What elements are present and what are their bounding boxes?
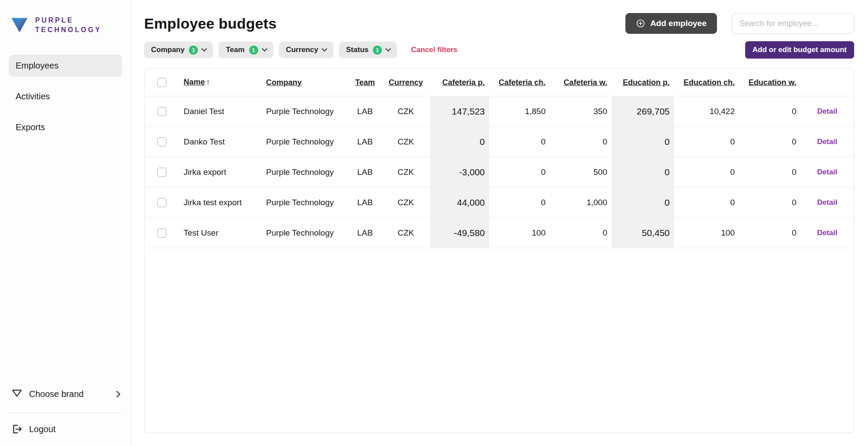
column-header-currency-label: Currency	[388, 78, 423, 87]
table-row: Test User Purple Technology LAB CZK -49,…	[145, 218, 854, 248]
header-actions: Add employee	[625, 13, 854, 34]
row-checkbox-cell	[145, 107, 179, 116]
cell-education-w: 0	[739, 107, 801, 116]
sort-asc-icon: ↑	[206, 78, 210, 87]
cell-cafeteria-p: 0	[430, 127, 489, 157]
cell-cafeteria-ch: 0	[489, 167, 550, 177]
cell-cafeteria-ch: 0	[489, 198, 550, 207]
sidebar: PURPLE TECHNOLOGY Employees Activities E…	[0, 0, 131, 446]
column-header-cafeteria-ch[interactable]: Cafeteria ch.	[489, 78, 550, 87]
table-row: Jirka test export Purple Technology LAB …	[145, 187, 854, 218]
cell-cafeteria-ch: 100	[489, 228, 550, 238]
detail-link[interactable]: Detail	[801, 198, 854, 207]
cell-cafeteria-p: 44,000	[430, 187, 489, 217]
cell-cafeteria-w: 500	[550, 167, 612, 177]
column-header-cafeteria-p[interactable]: Cafeteria p.	[430, 78, 489, 87]
select-all-checkbox[interactable]	[157, 78, 167, 87]
logout-icon	[11, 423, 23, 435]
sidebar-item-activities[interactable]: Activities	[9, 85, 122, 108]
brand-logo: PURPLE TECHNOLOGY	[0, 16, 131, 35]
cell-team: LAB	[349, 198, 381, 207]
cell-education-p: 0	[612, 127, 674, 157]
table-header-row: Name ↑ Company Team Currency Cafeteria p…	[145, 69, 854, 96]
cell-cafeteria-p: -3,000	[430, 157, 489, 187]
add-employee-label: Add employee	[650, 19, 707, 28]
filter-team-label: Team	[226, 46, 244, 54]
main-content: Employee budgets Add employee Company 1 …	[131, 0, 868, 446]
column-header-education-p-label: Education p.	[623, 78, 670, 87]
cell-name: Danko Test	[179, 137, 262, 147]
sidebar-divider	[8, 413, 123, 413]
cancel-filters-link[interactable]: Cancel filters	[411, 46, 457, 54]
column-header-education-ch[interactable]: Education ch.	[674, 78, 739, 87]
cell-education-ch: 0	[674, 167, 739, 177]
sidebar-nav: Employees Activities Exports	[0, 55, 131, 138]
column-header-company[interactable]: Company	[262, 78, 349, 87]
filter-currency[interactable]: Currency	[279, 42, 334, 58]
column-header-education-p[interactable]: Education p.	[612, 78, 674, 87]
row-checkbox-cell	[145, 228, 179, 238]
cell-education-ch: 0	[674, 137, 739, 147]
cell-cafeteria-p: 147,523	[430, 96, 489, 126]
cell-education-ch: 100	[674, 228, 739, 238]
brand-line1: PURPLE	[35, 16, 102, 25]
column-header-cafeteria-w[interactable]: Cafeteria w.	[550, 78, 612, 87]
cell-cafeteria-w: 0	[550, 137, 612, 147]
row-checkbox[interactable]	[157, 107, 167, 116]
column-header-company-label: Company	[266, 78, 302, 87]
column-header-currency[interactable]: Currency	[381, 78, 430, 87]
detail-link[interactable]: Detail	[801, 107, 854, 116]
cell-team: LAB	[349, 137, 381, 147]
detail-link[interactable]: Detail	[801, 229, 854, 237]
header-checkbox-cell	[145, 78, 179, 87]
cell-team: LAB	[349, 167, 381, 177]
filter-company-count-badge: 1	[189, 46, 198, 55]
header-row: Employee budgets Add employee	[144, 13, 854, 34]
cell-name: Jirka export	[179, 167, 262, 177]
cell-name: Test User	[179, 228, 262, 238]
filter-team-count-badge: 1	[249, 46, 258, 55]
column-header-team[interactable]: Team	[349, 78, 381, 87]
column-header-cafeteria-p-label: Cafeteria p.	[442, 78, 485, 87]
filter-status-count-badge: 1	[373, 46, 382, 55]
cell-team: LAB	[349, 228, 381, 238]
logout-label: Logout	[29, 424, 56, 434]
row-checkbox[interactable]	[157, 137, 167, 147]
row-checkbox[interactable]	[157, 228, 167, 238]
cell-name: Jirka test export	[179, 198, 262, 207]
filter-company[interactable]: Company 1	[144, 42, 213, 58]
brand-filter-icon	[11, 388, 23, 400]
column-header-name[interactable]: Name ↑	[179, 78, 262, 87]
brand-line2: TECHNOLOGY	[35, 25, 102, 35]
cell-name: Daniel Test	[179, 107, 262, 116]
add-employee-button[interactable]: Add employee	[625, 13, 717, 34]
sidebar-item-employees[interactable]: Employees	[9, 55, 122, 77]
table-row: Jirka export Purple Technology LAB CZK -…	[145, 157, 854, 187]
add-edit-budget-button[interactable]: Add or edit budget amount	[745, 41, 854, 59]
column-header-education-w[interactable]: Education w.	[739, 78, 801, 87]
brand-triangle-icon	[10, 16, 30, 35]
sidebar-item-exports[interactable]: Exports	[9, 116, 122, 138]
filter-team[interactable]: Team 1	[219, 42, 273, 58]
column-header-education-w-label: Education w.	[749, 78, 796, 87]
cell-education-p: 0	[612, 187, 674, 217]
cell-currency: CZK	[381, 167, 430, 177]
logout-button[interactable]: Logout	[0, 421, 131, 436]
cell-company: Purple Technology	[262, 228, 349, 238]
row-checkbox[interactable]	[157, 198, 167, 207]
filter-company-label: Company	[151, 46, 184, 54]
detail-link[interactable]: Detail	[801, 168, 854, 177]
cell-company: Purple Technology	[262, 198, 349, 207]
cell-education-w: 0	[739, 228, 801, 238]
row-checkbox[interactable]	[157, 167, 167, 177]
detail-link[interactable]: Detail	[801, 138, 854, 146]
cell-currency: CZK	[381, 107, 430, 116]
cell-cafeteria-ch: 1,850	[489, 107, 550, 116]
chevron-down-icon	[385, 46, 391, 52]
table-row: Danko Test Purple Technology LAB CZK 0 0…	[145, 127, 854, 157]
cell-cafeteria-p: -49,580	[430, 218, 489, 248]
filter-status[interactable]: Status 1	[339, 42, 397, 58]
search-input[interactable]	[732, 13, 854, 34]
choose-brand-button[interactable]: Choose brand	[0, 383, 131, 405]
cell-education-ch: 10,422	[674, 107, 739, 116]
